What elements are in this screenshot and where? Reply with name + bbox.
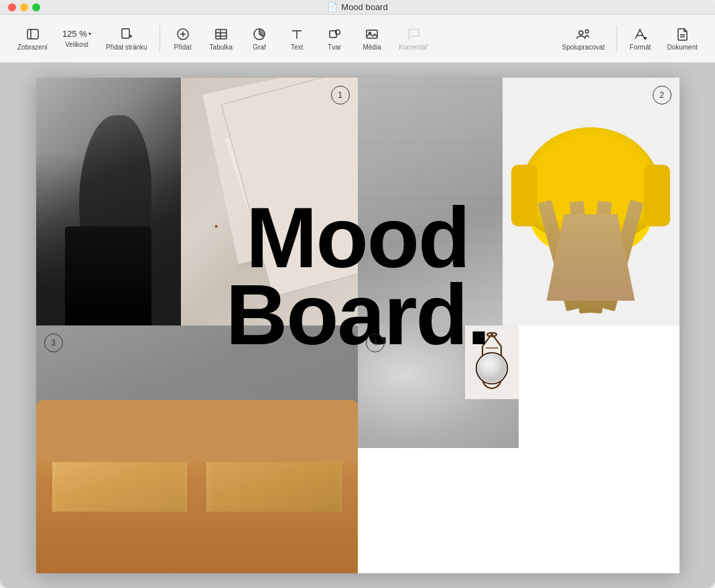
toolbar-item-pridat[interactable]: Přidat (166, 23, 200, 55)
graf-label: Graf (253, 44, 265, 51)
media-label: Média (363, 44, 381, 51)
shape-icon (327, 27, 342, 42)
toolbar-item-tabulka[interactable]: Tabulka (203, 23, 239, 55)
concrete-image (358, 78, 503, 325)
chair-image (36, 78, 181, 325)
spolupracovat-label: Spolupracovat (562, 44, 604, 51)
terrazzo-image (181, 78, 358, 325)
add-icon (176, 27, 190, 42)
svg-point-29 (477, 354, 506, 383)
chair-leg-2 (570, 201, 594, 313)
minimize-button[interactable] (20, 3, 28, 11)
document-icon (675, 27, 690, 42)
document-icon: 📄 (327, 2, 338, 12)
toolbar: Zobrazení 125 % ▾ Velikost Přidat stránk… (0, 15, 715, 63)
sofa-image (36, 325, 358, 573)
page-badge-2: 2 (653, 86, 671, 104)
yellow-chair-image (503, 78, 679, 325)
chart-icon (252, 27, 267, 42)
image-section-3: 3 (36, 325, 358, 573)
document-page: 1 2 (36, 78, 679, 573)
tabulka-label: Tabulka (210, 44, 233, 51)
page-badge-3: 3 (44, 334, 63, 352)
zoom-value: 125 % ▾ (62, 29, 91, 39)
svg-rect-0 (27, 29, 38, 39)
close-button[interactable] (8, 3, 16, 11)
zobrazeni-label: Zobrazení (17, 44, 48, 51)
add-page-icon (119, 27, 134, 42)
chair-seat-shape (65, 226, 152, 325)
komentar-label: Komentář (399, 44, 428, 51)
tvar-label: Tvar (328, 44, 341, 51)
chair-arm-left (511, 165, 538, 227)
sidebar-icon (25, 27, 40, 42)
text-label: Text (291, 44, 303, 51)
svg-point-24 (644, 37, 647, 40)
chevron-down-icon: ▾ (88, 31, 91, 37)
toolbar-item-pridat-stranku[interactable]: Přidat stránku (99, 23, 154, 55)
chair-body-yellow (520, 127, 661, 239)
toolbar-separator-1 (159, 25, 160, 52)
window-title: 📄 Mood board (327, 2, 387, 12)
toolbar-item-velikost[interactable]: 125 % ▾ Velikost (57, 26, 96, 51)
chair-arm-right (644, 165, 671, 227)
svg-point-22 (586, 29, 589, 33)
pridat-stranku-label: Přidat stránku (106, 44, 147, 51)
toolbar-item-zobrazeni[interactable]: Zobrazení (11, 23, 54, 55)
zoom-label: Velikost (65, 41, 88, 48)
toolbar-item-text[interactable]: Text (279, 23, 314, 55)
format-icon (633, 27, 647, 42)
svg-point-21 (579, 31, 583, 35)
pridat-label: Přidat (174, 44, 192, 51)
comment-icon (406, 27, 421, 42)
toolbar-item-komentar[interactable]: Komentář (392, 23, 434, 55)
sofa-back-rest (36, 400, 358, 462)
toolbar-item-tvar[interactable]: Tvar (317, 23, 352, 55)
svg-rect-8 (216, 29, 226, 39)
format-label: Formát (630, 44, 651, 51)
chair-leg-3 (588, 201, 612, 313)
paper-sheet-1 (202, 78, 358, 264)
fullscreen-button[interactable] (32, 3, 40, 11)
page-badge-4: 4 (366, 334, 385, 352)
text-icon (289, 27, 304, 42)
mirror-svg (470, 331, 513, 393)
toolbar-item-spolupracovat[interactable]: Spolupracovat (555, 23, 611, 55)
toolbar-item-graf[interactable]: Graf (242, 23, 277, 55)
media-icon (365, 27, 379, 42)
toolbar-item-dokument[interactable]: Dokument (660, 23, 704, 55)
dokument-label: Dokument (667, 44, 698, 51)
collaborate-icon (576, 27, 590, 42)
mirror-image (465, 325, 519, 399)
concrete-texture (358, 78, 503, 325)
table-icon (214, 27, 229, 42)
image-section-4: 1 — Terrazzo Floors 2 — Pop Color 3 — Wa… (358, 325, 679, 573)
svg-rect-19 (367, 30, 377, 38)
image-section-1: 1 (36, 78, 358, 325)
canvas-area: 1 2 (0, 63, 715, 588)
toolbar-separator-2 (616, 25, 617, 52)
svg-rect-2 (122, 29, 129, 38)
image-section-2: 2 (358, 78, 679, 325)
toolbar-item-format[interactable]: Formát (623, 23, 657, 55)
fur-image (411, 374, 465, 399)
traffic-lights (8, 3, 40, 11)
toolbar-item-media[interactable]: Média (354, 23, 389, 55)
page-badge-1: 1 (331, 86, 350, 104)
titlebar: 📄 Mood board (0, 0, 715, 15)
